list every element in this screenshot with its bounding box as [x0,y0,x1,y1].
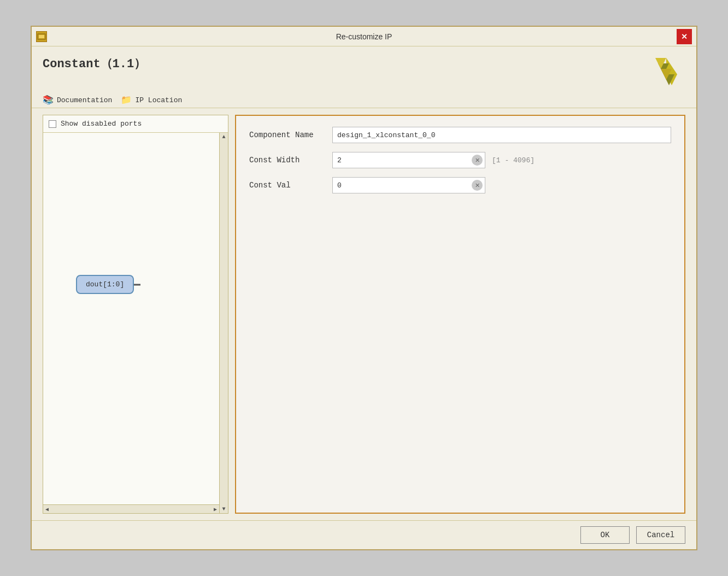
app-icon [36,31,47,42]
brand-logo [647,55,685,88]
form-row-const-width: Const Width ✕ [1 - 4096] [249,152,671,168]
scroll-right-arrow[interactable]: ▶ [214,506,217,513]
dialog: Re-customize IP ✕ Constant（1.1） 📚 Docume… [31,26,697,550]
folder-icon: 📁 [121,95,132,105]
component-name-input[interactable] [332,127,671,143]
const-width-clear-button[interactable]: ✕ [472,155,483,166]
tab-ip-location-label: IP Location [135,96,182,104]
const-width-label: Const Width [249,156,326,164]
scroll-down-arrow[interactable]: ▼ [222,506,225,512]
svg-rect-1 [39,35,44,38]
port-label: dout[1:0] [86,280,124,289]
show-disabled-ports-checkbox[interactable] [49,120,56,128]
scrollbar-vertical[interactable]: ▲ ▼ [219,133,228,513]
port-display: dout[1:0] [76,275,134,294]
show-disabled-ports-label: Show disabled ports [61,120,142,128]
tab-documentation-label: Documentation [57,96,112,104]
tab-documentation[interactable]: 📚 Documentation [43,95,112,105]
close-button[interactable]: ✕ [677,29,692,44]
scrollbar-horizontal-wrapper: ◀ ▶ [43,504,219,513]
const-width-hint: [1 - 4096] [492,156,535,164]
const-val-input-wrapper: ✕ [332,177,485,193]
const-val-input[interactable] [333,179,472,192]
dialog-body: Show disabled ports dout[1:0] ▲ ▼ ◀ ▶ [32,108,696,520]
tab-ip-location[interactable]: 📁 IP Location [121,95,182,105]
cancel-button[interactable]: Cancel [636,526,685,544]
const-val-clear-button[interactable]: ✕ [472,180,483,191]
dialog-header: Constant（1.1） [32,46,696,92]
port-block: dout[1:0] [76,275,134,294]
component-title: Constant（1.1） [43,55,146,72]
title-bar: Re-customize IP ✕ [32,27,696,46]
form-row-const-val: Const Val ✕ [249,177,671,193]
const-width-input[interactable] [333,154,472,167]
left-panel-content: dout[1:0] ▲ ▼ ◀ ▶ [43,133,228,513]
scrollbar-horizontal[interactable]: ◀ ▶ [43,504,219,513]
const-val-label: Const Val [249,181,326,190]
dialog-footer: OK Cancel [32,520,696,549]
const-width-input-wrapper: ✕ [332,152,485,168]
left-panel: Show disabled ports dout[1:0] ▲ ▼ ◀ ▶ [43,115,228,514]
ok-button[interactable]: OK [580,526,630,544]
port-connector [134,284,140,285]
scroll-left-arrow[interactable]: ◀ [45,506,49,513]
title-bar-left [36,31,47,42]
right-panel: Component Name Const Width ✕ [1 - 4096] … [235,115,685,514]
dialog-title: Re-customize IP [32,32,696,41]
scroll-up-arrow[interactable]: ▲ [222,134,225,140]
form-row-component-name: Component Name [249,127,671,143]
left-panel-header: Show disabled ports [43,115,228,133]
tabs-row: 📚 Documentation 📁 IP Location [32,92,696,108]
book-icon: 📚 [43,95,54,105]
component-name-label: Component Name [249,131,326,139]
